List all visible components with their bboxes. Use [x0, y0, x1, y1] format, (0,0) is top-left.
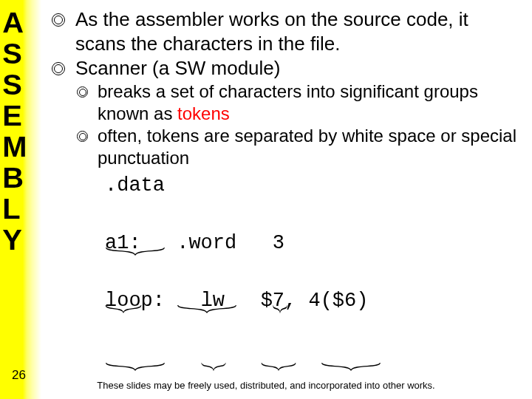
- sidebar-title-vertical: A S S E M B L Y: [0, 7, 30, 256]
- brace-cell: [105, 256, 141, 273]
- underbrace-icon: [273, 256, 287, 267]
- code-token: a1:: [105, 231, 141, 255]
- brace-cell: [261, 314, 297, 330]
- code-token: 4($6): [308, 289, 368, 313]
- bullet-item: Scanner (a SW module): [46, 56, 520, 81]
- brace-cell: [105, 314, 165, 330]
- underbrace-icon: [105, 314, 166, 324]
- sub-bullet-item: often, tokens are separated by white spa…: [75, 125, 520, 169]
- brace-cell: [177, 256, 236, 273]
- code-gap: [296, 289, 308, 313]
- code-token: lw: [201, 289, 225, 313]
- brace-row: [105, 256, 520, 273]
- code-token: .word: [177, 231, 236, 255]
- vtitle-letter: S: [2, 38, 30, 69]
- brace-gap: [296, 314, 320, 330]
- underbrace-icon: [105, 199, 166, 209]
- brace-row: [105, 314, 520, 330]
- bullet-text: As the assembler works on the source cod…: [75, 8, 468, 55]
- bullet-text: Scanner (a SW module): [75, 57, 280, 79]
- brace-cell: [321, 314, 381, 330]
- bullet-text: breaks a set of characters into signific…: [98, 81, 478, 123]
- brace-cell: [201, 314, 225, 330]
- brace-cell: [273, 256, 284, 273]
- footer-text: These slides may be freely used, distrib…: [0, 380, 532, 391]
- bullet-list-top: As the assembler works on the source cod…: [46, 7, 520, 81]
- underbrace-icon: [321, 314, 381, 324]
- sub-bullet-item: breaks a set of characters into signific…: [75, 81, 520, 125]
- vtitle-letter: A: [2, 7, 30, 38]
- underbrace-icon: [177, 256, 237, 267]
- code-gap: [141, 231, 177, 255]
- bullet-list-sub: breaks a set of characters into signific…: [75, 81, 520, 169]
- brace-cell: [105, 199, 165, 215]
- code-token: .data: [105, 174, 165, 197]
- slide-content: As the assembler works on the source cod…: [46, 7, 520, 330]
- brace-row: [105, 199, 520, 215]
- code-token: $7,: [261, 289, 297, 313]
- code-line: .data: [105, 174, 520, 197]
- vtitle-letter: S: [2, 69, 30, 100]
- code-gap: [236, 231, 273, 255]
- code-line: a1: .word 3: [105, 231, 520, 255]
- brace-gap: [236, 256, 273, 273]
- token-highlight: tokens: [177, 103, 230, 123]
- code-gap: [165, 289, 201, 313]
- vtitle-letter: E: [2, 100, 30, 132]
- underbrace-icon: [201, 314, 226, 324]
- vtitle-letter: Y: [2, 225, 30, 256]
- brace-gap: [141, 256, 177, 273]
- code-gap: [225, 289, 261, 313]
- underbrace-icon: [105, 256, 142, 267]
- bullet-item: As the assembler works on the source cod…: [46, 7, 520, 56]
- vtitle-letter: M: [2, 132, 30, 163]
- underbrace-icon: [261, 314, 296, 324]
- code-token: 3: [273, 231, 284, 255]
- vtitle-letter: L: [2, 194, 30, 225]
- code-example: .data a1: .word 3: [105, 174, 520, 330]
- code-token: loop:: [105, 289, 165, 313]
- brace-gap: [165, 314, 201, 330]
- bullet-text: often, tokens are separated by white spa…: [98, 126, 516, 168]
- code-line: loop: lw $7, 4($6): [105, 289, 520, 313]
- brace-gap: [225, 314, 261, 330]
- vtitle-letter: B: [2, 163, 30, 194]
